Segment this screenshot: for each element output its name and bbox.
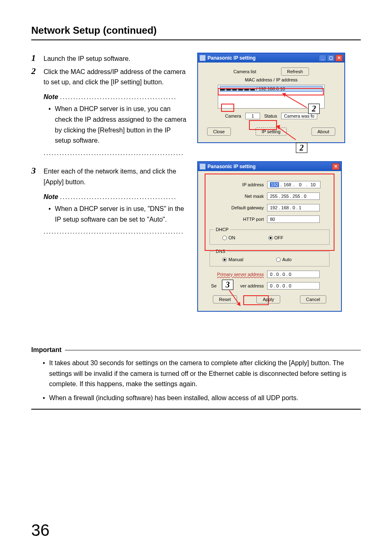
step-1: 1 Launch the IP setup software.: [31, 53, 187, 64]
important-section: Important It takes about 30 seconds for …: [31, 346, 361, 410]
note-dots: ........................................…: [60, 93, 177, 100]
step-2: 2 Click the MAC address/IP address of th…: [31, 66, 187, 88]
camera-list-label: Camera list: [233, 69, 256, 74]
window-title: Panasonic IP setting: [208, 55, 256, 61]
highlight-list-entry: [218, 88, 324, 95]
about-button[interactable]: About: [311, 127, 336, 136]
primary-dns-label: Primary server address: [210, 272, 267, 277]
minimize-icon[interactable]: _: [319, 55, 326, 61]
step-3-number: 3: [31, 165, 44, 187]
refresh-button[interactable]: Refresh: [281, 67, 309, 76]
close-icon[interactable]: ✕: [335, 55, 343, 61]
step-3-end-dots: ........................................…: [44, 226, 187, 237]
step-1-text: Launch the IP setup software.: [44, 53, 187, 64]
window-title: Panasonic IP setting: [208, 164, 256, 169]
callout-2a: 2: [308, 104, 320, 114]
note-label: Note: [44, 193, 58, 200]
callout-3: 3: [222, 280, 233, 290]
secondary-dns-field[interactable]: 0 . 0 . 0 . 0: [267, 282, 320, 290]
camera-label: Camera: [225, 114, 241, 118]
dns-manual-radio[interactable]: Manual: [222, 257, 243, 262]
app-icon: [200, 55, 205, 61]
cancel-button[interactable]: Cancel: [300, 295, 326, 303]
callout-2b: 2: [296, 143, 307, 153]
camera-number: 1: [245, 113, 260, 119]
instructions-column: 1 Launch the IP setup software. 2 Click …: [31, 53, 187, 330]
important-bullet-2: When a firewall (including software) has…: [43, 393, 361, 403]
highlight-ip-setting-button: [249, 120, 277, 130]
highlight-camera-number: [221, 104, 234, 112]
rule-line: [65, 350, 361, 350]
secondary-dns-label: Secondary server address: [210, 283, 267, 288]
important-heading: Important: [31, 346, 62, 354]
note-dots: ........................................…: [60, 193, 177, 200]
step-2-end-dots: ........................................…: [44, 148, 187, 158]
step-1-number: 1: [31, 53, 44, 64]
dns-auto-radio[interactable]: Auto: [276, 257, 292, 262]
highlight-network-form: [205, 174, 334, 251]
step-3-text: Enter each of the network items, and cli…: [44, 165, 187, 187]
step-3-note-bullet: When a DHCP server is in use, "DNS" in t…: [48, 204, 187, 225]
maximize-icon[interactable]: ▢: [327, 55, 334, 61]
primary-dns-field[interactable]: 0 . 0 . 0 . 0: [267, 271, 320, 278]
status-label: Status: [264, 114, 277, 118]
step-2-number: 2: [31, 66, 44, 88]
note-label: Note: [44, 93, 58, 100]
highlight-apply-button: [243, 295, 269, 305]
rule-line: [31, 409, 361, 410]
reset-button[interactable]: Reset: [213, 295, 237, 303]
close-icon[interactable]: ✕: [332, 163, 339, 170]
mac-ip-label: MAC address / IP address: [205, 77, 337, 82]
close-button[interactable]: Close: [207, 127, 231, 136]
step-3: 3 Enter each of the network items, and c…: [31, 165, 187, 187]
page-number: 36: [31, 521, 50, 540]
titlebar: Panasonic IP setting ✕: [198, 162, 341, 171]
step-2-note-bullet: When a DHCP server is in use, you can ch…: [48, 104, 187, 146]
page-title: Network Setup (continued): [31, 25, 361, 40]
step-2-text: Click the MAC address/IP address of the …: [44, 66, 187, 88]
important-bullet-1: It takes about 30 seconds for settings o…: [43, 358, 361, 389]
step-2-note: Note ...................................…: [44, 92, 187, 102]
step-3-note: Note ...................................…: [44, 192, 187, 202]
app-icon: [200, 164, 205, 169]
window-ip-setting-list: Panasonic IP setting _ ▢ ✕ Camera list R…: [197, 53, 345, 143]
window-ip-setting-form: Panasonic IP setting ✕ IP address 192 . …: [197, 161, 342, 312]
dns-group: DNS Manual Auto: [210, 249, 330, 266]
titlebar: Panasonic IP setting _ ▢ ✕: [198, 53, 344, 63]
